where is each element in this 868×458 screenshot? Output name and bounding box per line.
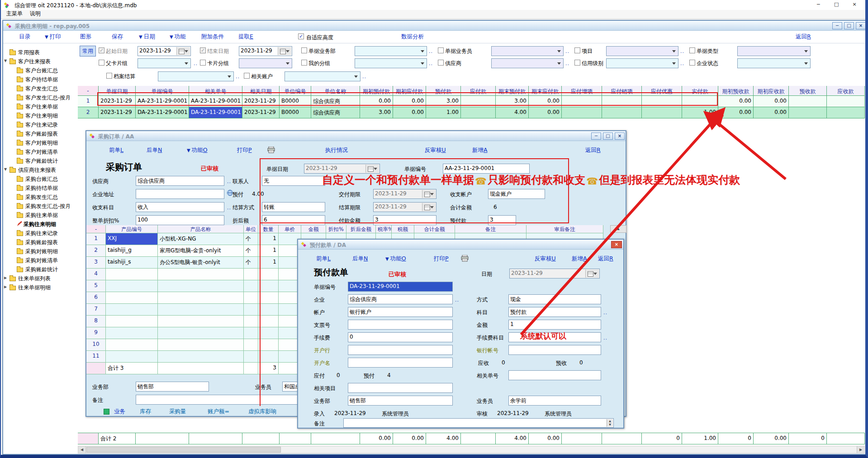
filter-checkbox-企业状态[interactable] <box>689 60 695 66</box>
product-row4-cell-3[interactable] <box>244 269 258 280</box>
chevron-down-icon[interactable] <box>555 59 563 67</box>
prepay-note-input[interactable]: ▲▼ <box>343 418 614 428</box>
sidebar-item-客户发生汇总[interactable]: 客户发生汇总 <box>17 85 58 93</box>
enterprise-picker[interactable]: .. <box>455 297 459 303</box>
menu-help[interactable]: 说明 <box>30 10 41 17</box>
sidebar-item-采购往来明细[interactable]: 采购往来明细 <box>17 221 56 228</box>
filter-checkbox-起始日期[interactable]: ✓ <box>99 47 104 53</box>
product-scroll-up-button[interactable]: ▲ <box>610 225 626 233</box>
sidebar-item-客户往来单据[interactable]: 客户往来单据 <box>17 103 58 111</box>
autofit-checkbox[interactable]: ✓ <box>298 33 304 39</box>
sidebar-item-客户对账明细[interactable]: 客户对账明细 <box>17 139 58 147</box>
table-row2-cell-19[interactable] <box>789 107 827 118</box>
filter-picker-相关账户[interactable]: .. <box>362 74 366 80</box>
table-row1-cell-17[interactable]: 0.00 <box>718 96 754 107</box>
table-row2-cell-13[interactable] <box>562 107 602 118</box>
product-row1-cell-1[interactable]: XXJ <box>106 233 158 245</box>
amount-input[interactable]: 1 <box>508 320 601 330</box>
sidebar-item-客户对账清单[interactable]: 客户对账清单 <box>17 148 58 156</box>
table-row2-cell-17[interactable]: 0.00 <box>718 107 754 118</box>
product-row5-cell-3[interactable] <box>244 280 258 292</box>
supplier-picker[interactable]: .. <box>227 179 231 184</box>
toolbar-1[interactable]: 目录 <box>19 33 30 41</box>
prepay-subject-picker[interactable]: .. <box>603 310 607 316</box>
product-row11-cell-1[interactable] <box>106 351 158 363</box>
table-row1-cell-19[interactable] <box>789 96 827 107</box>
filter-select-相关账户[interactable] <box>285 71 360 81</box>
prepay-toolbar-7[interactable]: 新增A <box>572 255 587 263</box>
chevron-down-icon[interactable] <box>802 59 810 67</box>
supplier-input[interactable]: 综合供应商 <box>136 176 224 186</box>
order-link-库存[interactable]: 库存 <box>140 408 151 416</box>
chevron-down-icon[interactable] <box>352 72 360 80</box>
sidebar-item-客户往来记录[interactable]: 客户往来记录 <box>17 121 58 129</box>
filter-select-项目[interactable] <box>606 46 678 56</box>
product-column-税额[interactable]: 税额 <box>392 225 414 233</box>
chevron-down-icon[interactable] <box>226 72 233 80</box>
product-column-合计金额[interactable]: 合计金额 <box>414 225 455 233</box>
filter-select-供应商[interactable] <box>491 58 564 68</box>
toolbar-8[interactable]: 提取E <box>238 33 253 41</box>
prepay-no-input[interactable]: DA-23-11-29-0001 <box>348 282 453 292</box>
prepay-toolbar-3[interactable]: ▼功能O <box>385 255 406 263</box>
chevron-down-icon[interactable] <box>284 59 291 67</box>
prepay-person-input[interactable]: 余学前 <box>508 396 601 406</box>
order-note-input[interactable] <box>136 395 298 405</box>
table-row2-cell-5[interactable]: B0000 <box>280 107 311 118</box>
product-row7-cell-1[interactable] <box>106 304 158 316</box>
order-link-业务[interactable]: 业务 <box>114 408 125 416</box>
toolbar-5[interactable]: ▼日期 <box>139 33 155 41</box>
product-row3-cell-3[interactable]: 个 <box>244 257 258 269</box>
order-maximize-button[interactable]: □ <box>603 132 613 140</box>
prepay-subject-input[interactable]: 预付款 <box>508 307 601 317</box>
order-toolbar-3[interactable]: ▼功能O <box>187 146 208 154</box>
filter-date-结束日期[interactable]: 2023-11-29 <box>239 46 292 56</box>
spinner-icon[interactable]: ▲▼ <box>607 419 613 427</box>
sidebar-item-采购待结单据[interactable]: 采购待结单据 <box>17 184 58 192</box>
column-header-rownum[interactable]: - <box>78 86 99 96</box>
filter-checkbox-我的分组[interactable] <box>301 60 307 66</box>
filter-checkbox-相关账户[interactable] <box>244 73 250 79</box>
sidebar-item-采购账龄统计[interactable]: 采购账龄统计 <box>17 266 58 274</box>
sidebar-item-采购发生汇总[interactable]: 采购发生汇总 <box>17 194 58 201</box>
sidebar-item-供应商往来报表[interactable]: ▼供应商往来报表 <box>9 166 56 174</box>
product-row4-cell-2[interactable] <box>158 269 244 280</box>
product-row8-cell-4[interactable] <box>258 316 279 327</box>
common-filter-button[interactable]: 常用 <box>80 46 96 57</box>
column-header-应收款[interactable]: 应收款 <box>827 86 865 96</box>
sidebar-item-常用报表[interactable]: 常用报表 <box>9 49 40 57</box>
product-row3-cell-1[interactable]: taishiji_s <box>106 257 158 269</box>
filter-checkbox-单据业务部[interactable] <box>301 47 307 53</box>
filter-checkbox-项目[interactable] <box>574 47 580 53</box>
filter-select-父卡片组[interactable] <box>138 58 191 68</box>
order-dept-input[interactable]: 销售部 <box>136 382 209 392</box>
table-row2-cell-4[interactable]: 2023-11-29 <box>242 107 280 118</box>
cheque-input[interactable] <box>348 320 453 330</box>
product-column-折扣%[interactable]: 折扣% <box>326 225 346 233</box>
discount-input[interactable]: 100 <box>136 215 224 225</box>
product-column-金额[interactable]: 金额 <box>301 225 326 233</box>
table-row2-cell-15[interactable] <box>642 107 682 118</box>
sidebar-item-往来单据列表[interactable]: ▶往来单据列表 <box>9 275 51 283</box>
address-input[interactable] <box>136 189 224 199</box>
product-column-数量[interactable]: 数量 <box>258 225 279 233</box>
product-column-折后金额[interactable]: 折后金额 <box>346 225 376 233</box>
product-row11-cell-4[interactable] <box>258 351 279 363</box>
product-row1-cell-2[interactable]: 小型机-XG-NG <box>158 233 244 245</box>
product-column-备注[interactable]: 备注 <box>455 225 526 233</box>
bank-input[interactable] <box>348 345 453 355</box>
report-minimize-button[interactable]: ─ <box>832 22 842 29</box>
product-row1-cell-0[interactable]: 1 <box>86 233 106 245</box>
app-close-button[interactable]: × <box>846 1 863 7</box>
product-row9-cell-1[interactable] <box>106 327 158 339</box>
table-row2-cell-10[interactable] <box>461 107 496 118</box>
product-row10-cell-3[interactable] <box>244 339 258 351</box>
table-row2-cell-14[interactable] <box>602 107 642 118</box>
filter-select-单据业务员[interactable] <box>491 46 564 56</box>
filter-select-企业状态[interactable] <box>737 58 811 68</box>
product-row4-cell-0[interactable]: 4 <box>86 269 106 280</box>
order-link-虚拟库影响[interactable]: 虚拟库影响 <box>248 408 277 416</box>
fee-input[interactable]: 0 <box>348 332 453 342</box>
product-row2-cell-2[interactable]: 家用G型电脑-金贵-onlyit <box>158 245 244 257</box>
report-maximize-button[interactable]: □ <box>844 22 854 29</box>
